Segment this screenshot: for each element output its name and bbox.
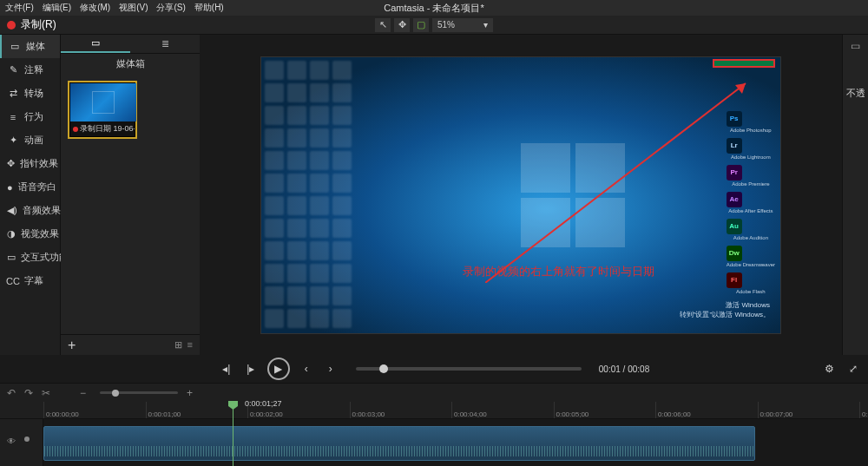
ruler-tick: 0:00:04;00 bbox=[451, 402, 487, 418]
timeline-tools: ↶ ↷ ✂ − + bbox=[0, 383, 868, 402]
windows-watermark: 激活 Windows 转到"设置"以激活 Windows。 bbox=[680, 300, 770, 319]
playback-slider[interactable] bbox=[356, 367, 582, 371]
media-tab-list[interactable]: ≣ bbox=[130, 35, 200, 53]
media-icon: ▭ bbox=[9, 41, 21, 52]
ruler-tick: 0:00:00;00 bbox=[43, 402, 79, 418]
annotation-text: 录制的视频的右上角就有了时间与日期 bbox=[463, 264, 654, 279]
timeline-ruler[interactable]: 0:00:00;000:00:01;000:00:02;000:00:03;00… bbox=[0, 402, 868, 419]
fullscreen-button[interactable]: ⤢ bbox=[845, 361, 861, 377]
next-frame-button[interactable]: |▸ bbox=[243, 361, 259, 377]
sidebar-item-interactive[interactable]: ▭交互式功能 bbox=[0, 246, 60, 269]
playback-slider-knob[interactable] bbox=[379, 364, 388, 373]
voice-icon: ● bbox=[7, 182, 13, 193]
play-button[interactable]: ▶ bbox=[267, 358, 290, 380]
interactive-icon: ▭ bbox=[7, 252, 16, 263]
track-visibility-icon[interactable]: 👁 bbox=[7, 436, 16, 446]
add-media-button[interactable]: + bbox=[68, 338, 76, 353]
sidebar-item-transitions[interactable]: ⇄转场 bbox=[0, 82, 60, 105]
ruler-tick: 0:00:05;00 bbox=[554, 402, 589, 418]
behaviors-icon: ≡ bbox=[7, 112, 19, 122]
record-dot-icon bbox=[73, 127, 78, 132]
sidebar-item-visual[interactable]: ◑视觉效果 bbox=[0, 222, 60, 246]
step-forward-button[interactable]: › bbox=[323, 361, 339, 377]
media-bin-body: 录制日期 19-06-1… bbox=[61, 74, 200, 334]
canvas-settings-button[interactable]: ⚙ bbox=[821, 361, 837, 377]
main-area: ▭媒体 ✎注释 ⇄转场 ≡行为 ✦动画 ✥指针效果 ●语音旁白 ◀)音频效果 ◑… bbox=[0, 35, 868, 355]
sidebar-item-behaviors[interactable]: ≡行为 bbox=[0, 105, 60, 128]
desktop-app-icon: AuAdobe Audition bbox=[727, 219, 775, 240]
sidebar-item-audio[interactable]: ◀)音频效果 bbox=[0, 199, 60, 222]
zoom-value: 51% bbox=[437, 20, 455, 30]
menu-view[interactable]: 视图(V) bbox=[119, 2, 148, 14]
record-bar: 录制(R) ↖ ✥ ▢ 51% ▾ bbox=[0, 16, 868, 35]
media-tab-bin[interactable]: ▭ bbox=[61, 35, 130, 53]
sidebar-item-captions[interactable]: CC字幕 bbox=[0, 269, 60, 292]
desktop-icons-left bbox=[265, 61, 352, 328]
annotations-icon: ✎ bbox=[7, 64, 19, 75]
list-view-icon[interactable]: ≡ bbox=[187, 339, 193, 351]
annotation-highlight-box bbox=[713, 59, 775, 68]
transitions-icon: ⇄ bbox=[7, 88, 19, 99]
audio-icon: ◀) bbox=[7, 205, 17, 216]
desktop-app-icon: LrAdobe Lightroom bbox=[727, 138, 775, 160]
desktop-app-icon: PrAdobe Premiere bbox=[727, 165, 775, 187]
media-footer: + ⊞ ≡ bbox=[61, 334, 200, 355]
canvas-area: PsAdobe PhotoshopLrAdobe LightroomPrAdob… bbox=[200, 35, 842, 355]
sidebar-item-voice[interactable]: ●语音旁白 bbox=[0, 175, 60, 199]
timeline-zoom-knob[interactable] bbox=[112, 390, 119, 397]
media-tabs: ▭ ≣ bbox=[61, 35, 200, 54]
pointer-tool[interactable]: ↖ bbox=[375, 18, 391, 32]
playhead-time: 0:00:01;27 bbox=[245, 399, 282, 408]
preview-canvas[interactable]: PsAdobe PhotoshopLrAdobe LightroomPrAdob… bbox=[260, 56, 781, 334]
undo-button[interactable]: ↶ bbox=[7, 387, 16, 399]
record-button[interactable]: 录制(R) bbox=[21, 17, 56, 32]
redo-button[interactable]: ↷ bbox=[24, 387, 33, 399]
cursor-icon: ✥ bbox=[7, 158, 15, 169]
timeline[interactable]: + 👁 0:00:00;000:00:01;000:00:02;000:00:0… bbox=[0, 402, 868, 466]
crop-tool[interactable]: ▢ bbox=[413, 18, 429, 32]
zoom-select[interactable]: 51% ▾ bbox=[432, 18, 493, 32]
media-clip[interactable]: 录制日期 19-06-1… bbox=[68, 81, 137, 139]
track-lock-icon[interactable] bbox=[24, 436, 30, 442]
record-icon bbox=[7, 21, 16, 30]
media-clip-thumbnail bbox=[70, 83, 136, 121]
ruler-tick: 0:00:06;00 bbox=[655, 402, 691, 418]
menu-edit[interactable]: 编辑(E) bbox=[43, 2, 71, 14]
opacity-label: 不透 bbox=[846, 87, 865, 100]
canvas-toolbar: ↖ ✥ ▢ 51% ▾ bbox=[375, 18, 493, 32]
sidebar-item-annotations[interactable]: ✎注释 bbox=[0, 58, 60, 82]
clip-waveform bbox=[44, 446, 754, 456]
properties-icon[interactable]: ▭ bbox=[851, 40, 860, 52]
desktop-app-icon: PsAdobe Photoshop bbox=[727, 111, 775, 133]
sidebar-item-media[interactable]: ▭媒体 bbox=[0, 35, 60, 58]
pan-tool[interactable]: ✥ bbox=[394, 18, 410, 32]
menu-bar: 文件(F) 编辑(E) 修改(M) 视图(V) 分享(S) 帮助(H) Camt… bbox=[0, 0, 868, 16]
tool-sidebar: ▭媒体 ✎注释 ⇄转场 ≡行为 ✦动画 ✥指针效果 ●语音旁白 ◀)音频效果 ◑… bbox=[0, 35, 61, 355]
ruler-tick: 0:00:03;00 bbox=[350, 402, 385, 418]
playhead[interactable]: 0:00:01;27 bbox=[233, 402, 233, 466]
timeline-zoom-slider[interactable] bbox=[100, 391, 178, 394]
ruler-tick: 0:00:08;00 bbox=[859, 402, 868, 418]
step-back-button[interactable]: ‹ bbox=[299, 361, 314, 377]
menu-share[interactable]: 分享(S) bbox=[156, 2, 185, 14]
media-clip-label: 录制日期 19-06-1… bbox=[70, 121, 135, 136]
desktop-app-icon: DwAdobe Dreamweaver bbox=[727, 246, 775, 267]
media-panel: ▭ ≣ 媒体箱 录制日期 19-06-1… + ⊞ ≡ bbox=[61, 35, 200, 355]
sidebar-item-cursor[interactable]: ✥指针效果 bbox=[0, 152, 60, 175]
sidebar-item-animations[interactable]: ✦动画 bbox=[0, 128, 60, 152]
cut-button[interactable]: ✂ bbox=[42, 387, 50, 399]
menu-file[interactable]: 文件(F) bbox=[5, 2, 34, 14]
timeline-clip[interactable] bbox=[43, 426, 755, 461]
prev-frame-button[interactable]: ◂| bbox=[219, 361, 234, 377]
ruler-tick: 0:00:01;00 bbox=[146, 402, 181, 418]
grid-view-icon[interactable]: ⊞ bbox=[174, 339, 182, 351]
app-title: Camtasia - 未命名项目* bbox=[384, 2, 484, 15]
zoom-in-button[interactable]: + bbox=[187, 387, 193, 399]
cc-icon: CC bbox=[7, 276, 19, 286]
menu-modify[interactable]: 修改(M) bbox=[80, 2, 110, 14]
playback-controls: ◂| |▸ ▶ ‹ › 00:01 / 00:08 ⚙ ⤢ bbox=[0, 355, 868, 383]
zoom-out-button[interactable]: − bbox=[80, 387, 86, 399]
menu-help[interactable]: 帮助(H) bbox=[194, 2, 224, 14]
desktop-app-icon: AeAdobe After Effects bbox=[727, 192, 775, 213]
properties-sidebar: ▭ 不透 bbox=[842, 35, 868, 355]
